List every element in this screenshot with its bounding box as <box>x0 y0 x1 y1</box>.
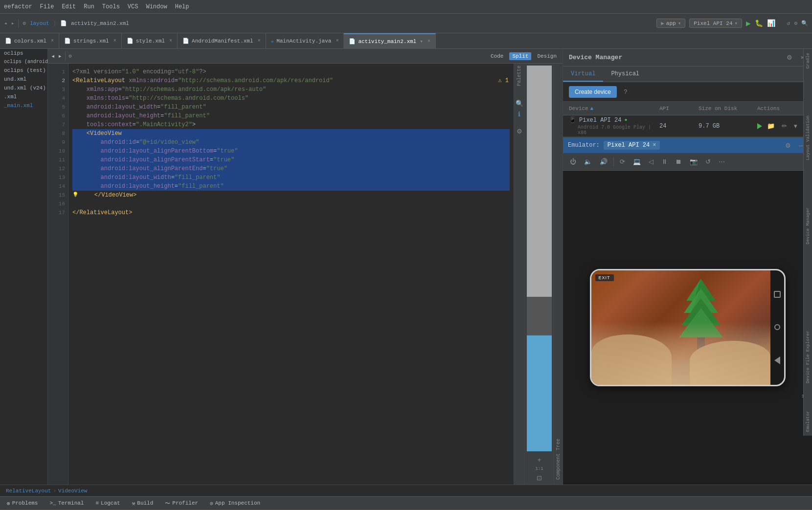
right-side-strip: Gradle Layout Validation Device Manager … <box>803 49 812 436</box>
menu-item-help[interactable]: Help <box>175 3 189 10</box>
tab-colors-xml[interactable]: 📄 colors.xml × <box>0 33 59 48</box>
code-content[interactable]: <?xml version="1.0" encoding="utf-8"?> <… <box>68 64 514 485</box>
emulator-tab-close[interactable]: × <box>653 142 656 149</box>
emulator-rotate-btn[interactable]: ⟳ <box>618 157 627 166</box>
emulator-voldown-btn[interactable]: 🔈 <box>582 157 594 166</box>
palette-icon[interactable]: Palette <box>517 66 522 86</box>
bottom-tab-problems[interactable]: ⊗ Problems <box>4 500 41 507</box>
attr-btn[interactable]: ⚙ <box>515 127 524 136</box>
layout-zoom-in[interactable]: + <box>536 455 543 465</box>
sidebar-item-main-xml[interactable]: _main.xml <box>0 101 47 110</box>
menu-item-run[interactable]: Run <box>84 3 94 10</box>
device-folder-btn[interactable]: 📁 <box>765 121 777 131</box>
launch-device-btn[interactable] <box>757 123 762 129</box>
zoom-in-btn[interactable]: 🔍 <box>514 99 525 108</box>
terminal-label: Terminal <box>58 500 84 506</box>
app-inspection-label: App Inspection <box>215 500 260 506</box>
bottom-tab-app-inspection[interactable]: ⊙ App Inspection <box>207 500 263 507</box>
sidebar-item-und-xml[interactable]: und.xml <box>0 75 47 84</box>
sidebar-item-xml[interactable]: .xml <box>0 92 47 101</box>
tab-mainactivity[interactable]: ☕ MainActivity.java × <box>266 33 344 48</box>
emulator-power-btn[interactable]: ⏻ <box>568 157 578 166</box>
view-mode-split[interactable]: Split <box>509 52 531 60</box>
toolbar-icon-gear[interactable]: ⚙ <box>68 53 72 59</box>
emulator-pause-btn[interactable]: ⏸ <box>659 157 670 166</box>
gradle-strip-label[interactable]: Gradle <box>806 53 811 68</box>
profile-btn[interactable]: 📊 <box>767 19 775 27</box>
line-numbers: 1 2 3 4 5 6 7 8 9 10 11 12 13 14 15 16 1 <box>48 64 68 485</box>
sidebar-item-oclips[interactable]: oclips <box>0 49 47 58</box>
tab-chevron[interactable]: ▾ <box>420 38 423 44</box>
emulator-stop-btn[interactable]: ⏹ <box>674 157 684 166</box>
tab-physical[interactable]: Physical <box>603 67 647 82</box>
run-config-label[interactable]: app <box>666 21 676 26</box>
search-btn[interactable]: 🔍 <box>801 20 808 26</box>
emulator-more-options-btn[interactable]: ⋯ <box>717 157 727 166</box>
run-config-chevron[interactable]: ▾ <box>678 20 681 26</box>
sidebar-item-oclips-test[interactable]: oclips (test) <box>0 66 47 75</box>
emulator-header: Emulator: Pixel API 24 × ⚙ — <box>563 137 812 153</box>
tab-close-activity-main2[interactable]: × <box>428 39 430 44</box>
create-device-button[interactable]: Create device <box>569 86 617 98</box>
device-chevron[interactable]: ▾ <box>734 20 738 26</box>
menu-item-edit[interactable]: Edit <box>62 3 76 10</box>
tab-style-xml[interactable]: 📄 style.xml × <box>122 33 178 48</box>
emulator-settings-btn[interactable]: ⚙ <box>783 141 793 150</box>
tab-manifest[interactable]: 📄 AndroidManifest.xml × <box>178 33 266 48</box>
info-btn[interactable]: ℹ <box>516 110 522 119</box>
menu-item-tools[interactable]: Tools <box>102 3 120 10</box>
app-inspection-icon: ⊙ <box>210 500 213 507</box>
device-more-btn[interactable]: ▾ <box>792 121 799 131</box>
bottom-tab-build[interactable]: ⚒ Build <box>129 500 157 507</box>
phone-controls <box>770 270 784 385</box>
menu-item-file[interactable]: File <box>40 3 54 10</box>
emulator-sep1 <box>613 157 614 166</box>
tab-close-manifest[interactable]: × <box>258 38 261 44</box>
view-mode-design[interactable]: Design <box>534 52 560 60</box>
tab-close-colors[interactable]: × <box>51 38 54 44</box>
device-manager-title: Device Manager <box>569 54 622 61</box>
emulator-reset-btn[interactable]: ↺ <box>703 157 713 166</box>
sidebar-item-und-xml-v24[interactable]: und.xml (v24) <box>0 84 47 92</box>
debug-btn[interactable]: 🐛 <box>755 19 763 27</box>
dm-help-btn[interactable]: ? <box>622 87 629 96</box>
tab-strings-xml[interactable]: 📄 strings.xml × <box>59 33 122 48</box>
toolbar-icon-fwd[interactable]: ▸ <box>11 20 15 26</box>
bottom-tab-profiler[interactable]: 〜 Profiler <box>162 500 201 507</box>
emulator-strip-label[interactable]: Emulator <box>806 411 811 432</box>
tab-activity-main2[interactable]: 📄 activity_main2.xml ▾ × <box>344 33 435 48</box>
emulator-screenshot-btn[interactable]: 📷 <box>688 157 699 166</box>
emulator-volup-btn[interactable]: 🔊 <box>598 157 609 166</box>
view-mode-code[interactable]: Code <box>488 52 506 60</box>
emulator-back-btn[interactable]: ◁ <box>647 157 655 166</box>
toolbar-icon-back[interactable]: ◂ <box>4 20 7 26</box>
run-btn[interactable]: ▶ <box>746 19 751 28</box>
mainactivity-icon: ☕ <box>271 38 274 44</box>
toolbar-icon-next[interactable]: ▸ <box>58 52 62 60</box>
tab-close-mainactivity[interactable]: × <box>336 38 338 44</box>
bottom-tab-logcat[interactable]: ≡ Logcat <box>92 500 123 506</box>
layout-fit[interactable]: ⊡ <box>535 473 544 483</box>
device-label[interactable]: Pixel API 24 <box>694 21 732 26</box>
tab-close-strings[interactable]: × <box>113 38 116 44</box>
device-manager-strip-label[interactable]: Device Manager <box>806 207 811 244</box>
emulator-tablet-btn[interactable]: 💻 <box>631 157 643 166</box>
tab-virtual[interactable]: Virtual <box>563 67 603 82</box>
toolbar-icon-prev[interactable]: ◂ <box>51 52 55 60</box>
sidebar-item-oclips-android[interactable]: oclips (androidT... <box>0 58 47 66</box>
dm-settings-btn[interactable]: ⚙ <box>785 53 794 62</box>
line-num-6: 6 <box>48 111 68 120</box>
breadcrumb-item-relativelayout[interactable]: RelativeLayout <box>6 488 51 494</box>
menu-item-window[interactable]: Window <box>146 3 167 10</box>
breadcrumb-item-videoview[interactable]: VideoView <box>58 488 87 494</box>
sync-btn[interactable]: ↺ <box>787 20 790 26</box>
settings-btn2[interactable]: ⚙ <box>794 20 797 26</box>
tab-close-style[interactable]: × <box>169 38 172 44</box>
menu-item-vcs[interactable]: VCS <box>128 3 138 10</box>
device-edit-btn[interactable]: ✏ <box>780 121 789 131</box>
layout-validation-strip-label[interactable]: Layout Validation <box>806 115 811 160</box>
bottom-tab-terminal[interactable]: >_ Terminal <box>46 500 87 506</box>
device-file-explorer-strip-label[interactable]: Device File Explorer <box>806 331 811 383</box>
toolbar-icon-settings[interactable]: ⚙ <box>23 20 26 26</box>
menu-item-eefactor[interactable]: eefactor <box>4 3 32 10</box>
